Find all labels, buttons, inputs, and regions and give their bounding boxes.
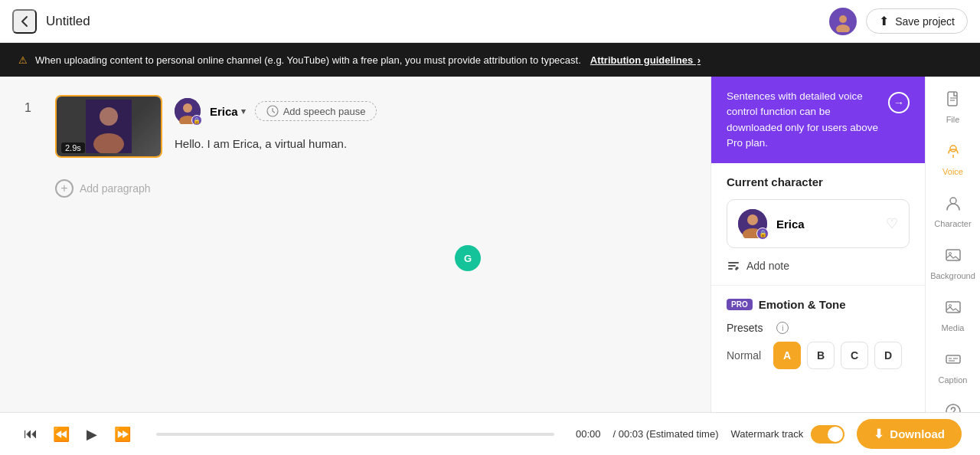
- promo-banner: Sentences with detailed voice control fu…: [711, 77, 925, 163]
- svg-point-1: [836, 25, 850, 32]
- svg-rect-14: [728, 265, 736, 267]
- download-button[interactable]: ⬇ Download: [857, 419, 962, 449]
- character-card-name: Erica: [776, 218, 877, 231]
- character-card-avatar: 🔒: [738, 209, 767, 238]
- sidebar-item-help[interactable]: Help: [926, 395, 980, 412]
- preset-buttons: A B C D: [773, 342, 902, 369]
- scene-header: 🔒 Erica ▾ Add speech pause: [175, 98, 686, 124]
- scene-thumbnail[interactable]: 2.9s: [55, 95, 162, 158]
- download-label: Download: [890, 427, 945, 440]
- character-section: Current character 🔒 Erica ♡: [711, 163, 925, 286]
- help-icon: [945, 403, 962, 412]
- svg-point-21: [950, 198, 956, 204]
- skip-to-start-button[interactable]: ⏮: [18, 422, 43, 447]
- sidebar-item-caption[interactable]: Caption: [926, 343, 980, 392]
- time-total: / 00:03 (Estimated time): [612, 428, 718, 440]
- character-lock-badge: 🔒: [756, 228, 769, 240]
- svg-point-19: [950, 146, 956, 152]
- attribution-banner: ⚠ When uploading content to personal onl…: [0, 43, 980, 77]
- sidebar-item-media[interactable]: Media: [926, 291, 980, 340]
- file-icon: [945, 90, 962, 112]
- add-pause-label: Add speech pause: [283, 106, 366, 117]
- save-project-button[interactable]: ⬆ Save project: [866, 8, 968, 34]
- scene-duration: 2.9s: [61, 142, 85, 153]
- avatar: [829, 8, 857, 35]
- pro-badge: PRO: [727, 299, 753, 310]
- svg-point-30: [946, 404, 960, 412]
- warning-icon: ⚠: [18, 54, 28, 66]
- back-button[interactable]: [12, 9, 37, 34]
- promo-text: Sentences with detailed voice control fu…: [727, 89, 880, 151]
- watermark-section: Watermark track: [730, 425, 844, 444]
- scene-number: 1: [24, 101, 43, 115]
- transport-buttons: ⏮ ⏪ ▶ ⏩: [18, 422, 135, 447]
- main-layout: 1 2.9s: [0, 77, 980, 412]
- media-icon: [945, 299, 962, 320]
- emotion-tone-label: Emotion & Tone: [759, 298, 846, 311]
- character-card[interactable]: 🔒 Erica ♡: [727, 199, 910, 248]
- project-title: Untitled: [46, 14, 820, 29]
- sidebar-item-caption-label: Caption: [939, 375, 968, 385]
- current-character-title: Current character: [727, 175, 910, 188]
- lock-badge: 🔒: [191, 115, 202, 126]
- presets-row: Presets i: [727, 322, 910, 334]
- background-icon: [945, 247, 962, 268]
- svg-point-25: [949, 305, 951, 307]
- editor-area: 1 2.9s: [0, 77, 710, 412]
- add-speech-pause-button[interactable]: Add speech pause: [255, 101, 377, 121]
- preset-button-a[interactable]: A: [773, 342, 801, 369]
- caption-icon: [945, 351, 962, 372]
- sidebar-item-file[interactable]: File: [926, 83, 980, 132]
- next-button[interactable]: ⏩: [110, 422, 135, 447]
- character-icon: [945, 195, 962, 216]
- svg-point-23: [949, 253, 951, 255]
- presets-label: Presets: [727, 322, 763, 334]
- grammarly-button[interactable]: G: [455, 245, 481, 271]
- previous-button[interactable]: ⏪: [49, 422, 74, 447]
- preset-button-c[interactable]: C: [841, 342, 868, 369]
- add-note-button[interactable]: Add note: [727, 259, 789, 273]
- sidebar-item-media-label: Media: [942, 323, 965, 332]
- scene-text[interactable]: Hello. I am Erica, a virtual human.: [175, 132, 686, 153]
- normal-label: Normal: [727, 349, 761, 362]
- preset-button-d[interactable]: D: [874, 342, 902, 369]
- scene-content: 🔒 Erica ▾ Add speech pause Hello. I am E…: [175, 95, 686, 153]
- sidebar-item-background[interactable]: Background: [926, 239, 980, 288]
- svg-rect-5: [86, 100, 132, 153]
- add-paragraph-button[interactable]: + Add paragraph: [24, 179, 686, 198]
- time-current: 00:00: [576, 428, 601, 440]
- watermark-toggle[interactable]: [811, 425, 844, 444]
- add-paragraph-label: Add paragraph: [80, 182, 151, 195]
- sidebar-item-voice-label: Voice: [942, 167, 963, 176]
- emotion-title: PRO Emotion & Tone: [727, 298, 910, 311]
- info-icon[interactable]: i: [776, 322, 789, 334]
- chevron-right-icon: ›: [697, 54, 701, 66]
- play-button[interactable]: ▶: [80, 422, 104, 447]
- attribution-link[interactable]: Attribution guidelines ›: [590, 54, 701, 66]
- download-icon: ⬇: [874, 427, 884, 441]
- svg-rect-26: [946, 355, 960, 363]
- promo-arrow-button[interactable]: →: [888, 92, 910, 113]
- character-name-select[interactable]: Erica ▾: [210, 105, 246, 118]
- right-panel: Sentences with detailed voice control fu…: [710, 77, 925, 412]
- svg-rect-15: [728, 268, 733, 270]
- topbar: Untitled ⬆ Save project: [0, 0, 980, 43]
- banner-text: When uploading content to personal onlin…: [35, 54, 581, 66]
- chevron-down-icon: ▾: [241, 106, 246, 116]
- emotion-section: PRO Emotion & Tone Presets i Normal A B …: [711, 286, 925, 381]
- svg-point-7: [183, 103, 192, 113]
- presets-controls: Normal A B C D: [727, 342, 910, 369]
- save-icon: ⬆: [879, 14, 889, 28]
- sidebar-item-voice[interactable]: Voice: [926, 135, 980, 184]
- sidebar-item-background-label: Background: [930, 271, 975, 280]
- watermark-label: Watermark track: [730, 428, 803, 440]
- preset-button-b[interactable]: B: [807, 342, 835, 369]
- favorite-icon[interactable]: ♡: [886, 215, 898, 232]
- save-label: Save project: [895, 15, 955, 28]
- svg-point-11: [747, 214, 758, 225]
- sidebar: File Voice Character Background Media: [925, 77, 980, 412]
- sidebar-item-character[interactable]: Character: [926, 187, 980, 236]
- svg-rect-13: [728, 262, 739, 264]
- timeline[interactable]: [156, 433, 554, 436]
- character-name: Erica: [210, 105, 238, 118]
